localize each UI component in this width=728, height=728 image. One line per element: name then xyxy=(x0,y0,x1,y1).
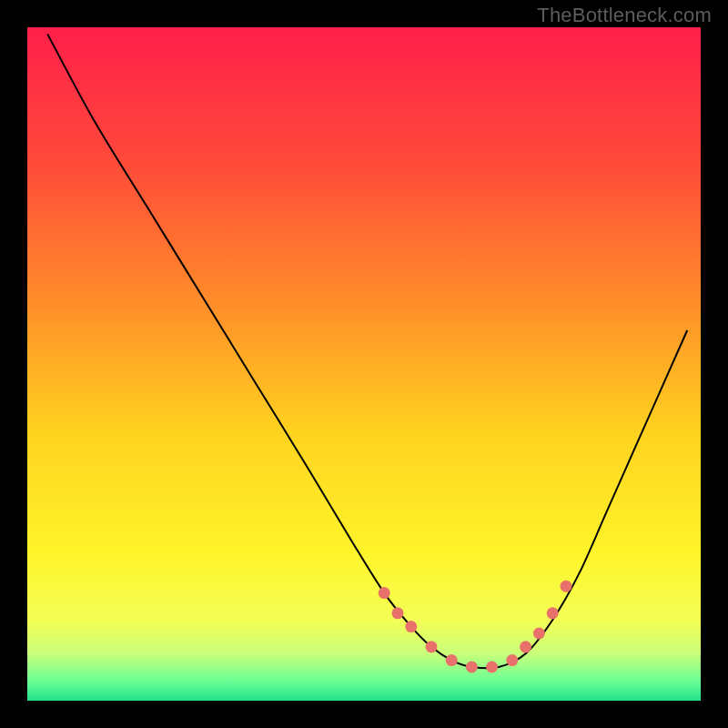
chart-svg xyxy=(27,27,701,701)
curve-dot xyxy=(520,641,531,652)
curve-dot xyxy=(426,641,438,652)
curve-dot xyxy=(533,628,545,640)
curve-dot xyxy=(392,607,404,619)
chart-frame: TheBottleneck.com xyxy=(0,0,728,728)
gradient-background xyxy=(27,27,701,701)
watermark-text: TheBottleneck.com xyxy=(537,4,712,27)
curve-dot xyxy=(486,662,498,673)
curve-dot xyxy=(466,662,478,673)
curve-dot xyxy=(405,621,417,632)
curve-dot xyxy=(561,581,572,592)
curve-dot xyxy=(446,654,458,666)
curve-dot xyxy=(379,587,390,599)
curve-dot xyxy=(547,607,559,619)
curve-dot xyxy=(506,654,518,666)
plot-area xyxy=(27,27,701,701)
